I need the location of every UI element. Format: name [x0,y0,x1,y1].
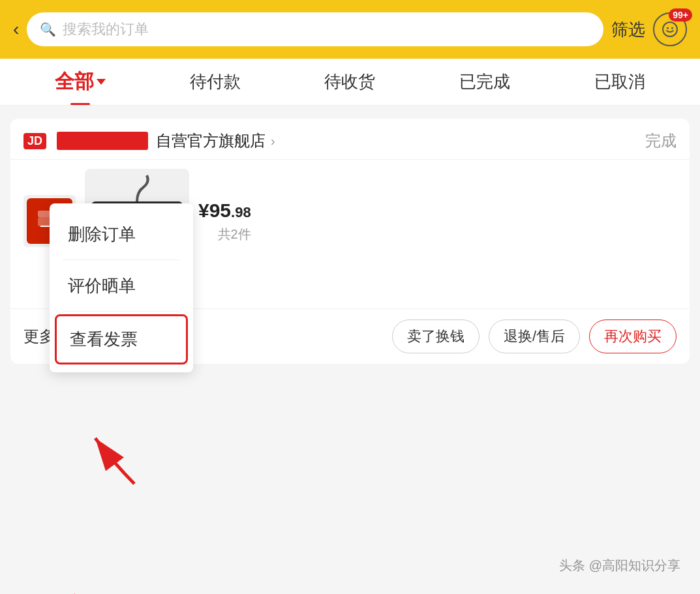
price-section: ¥95.98 共2件 [198,200,251,243]
svg-rect-4 [38,211,51,217]
svg-point-0 [663,22,677,37]
tab-cancelled[interactable]: 已取消 [552,59,687,105]
header: ‹ 🔍 搜索我的订单 筛选 99+ [0,0,700,59]
order-price: ¥95.98 [198,200,251,222]
menu-item-review[interactable]: 评价晒单 [50,260,193,312]
search-placeholder-text: 搜索我的订单 [63,20,149,39]
price-integer: 95 [209,200,231,221]
tab-pending-delivery[interactable]: 待收货 [282,59,418,105]
svg-point-1 [667,27,669,29]
filter-button[interactable]: 筛选 [611,18,645,41]
search-icon: 🔍 [40,22,56,37]
store-arrow: › [271,134,275,149]
notification-badge: 99+ [669,8,692,22]
back-button[interactable]: ‹ [13,19,19,40]
search-bar[interactable]: 🔍 搜索我的订单 [27,12,603,46]
tab-completed[interactable]: 已完成 [418,59,553,105]
price-decimal: .98 [231,204,251,220]
notification-button[interactable]: 99+ [653,12,687,46]
price-symbol: ¥ [198,200,209,221]
store-info[interactable]: JD 自营官方旗舰店 › [23,130,275,151]
store-suffix: 自营官方旗舰店 [156,130,266,151]
sell-button[interactable]: 卖了换钱 [392,319,479,353]
menu-item-invoice[interactable]: 查看发票 [55,314,188,364]
rebuy-button[interactable]: 再次购买 [589,319,677,353]
jd-logo: JD [23,133,46,149]
price-count: 共2件 [218,226,251,243]
return-button[interactable]: 退换/售后 [489,319,580,353]
tab-all-arrow [97,79,106,85]
content-area: JD 自营官方旗舰店 › 完成 [0,106,700,377]
watermark: 头条 @高阳知识分享 [559,557,680,574]
order-card: JD 自营官方旗舰店 › 完成 [10,119,690,364]
tabs-bar: 全部 待付款 待收货 已完成 已取消 [0,59,700,106]
svg-point-2 [671,27,673,29]
order-header: JD 自营官方旗舰店 › 完成 [10,119,690,160]
order-status: 完成 [645,130,677,151]
tab-pending-payment[interactable]: 待付款 [148,59,283,105]
store-name-redacted [57,132,148,150]
tab-all[interactable]: 全部 [13,59,148,105]
context-menu: 删除订单 评价晒单 查看发票 [50,203,193,372]
menu-item-delete[interactable]: 删除订单 [50,209,193,260]
